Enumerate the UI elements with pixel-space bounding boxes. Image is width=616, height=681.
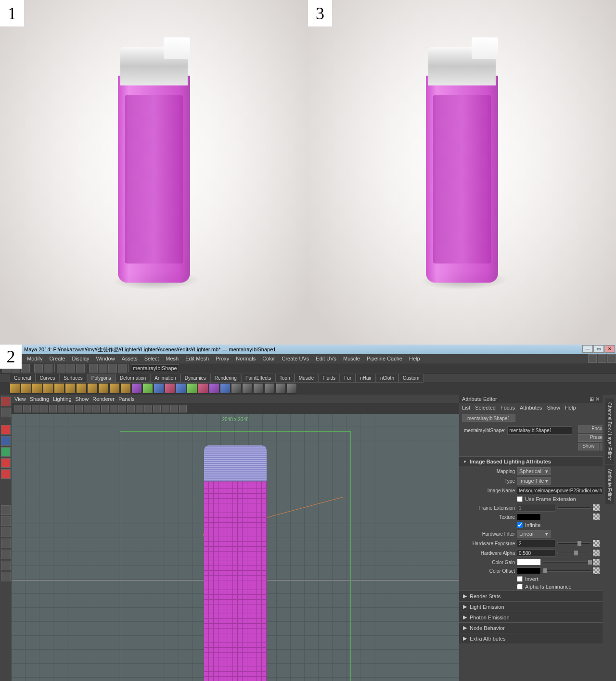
ibl-section-header[interactable]: ▼ Image Based Lighting Attributes (459, 457, 603, 466)
poly-torus-icon[interactable] (65, 383, 76, 394)
combine-icon[interactable] (142, 383, 153, 394)
vp-icon[interactable] (84, 405, 91, 412)
shelf-tab-muscle[interactable]: Muscle (295, 373, 319, 383)
map-button-icon[interactable] (593, 504, 600, 511)
universal-manip-icon[interactable] (1, 458, 11, 468)
split-icon[interactable] (198, 383, 208, 394)
lighter-wireframe-model[interactable] (204, 445, 267, 681)
save-scene-icon[interactable] (21, 364, 30, 373)
image-name-field[interactable]: ter\sourceimages\powerP2StudioLow.hdr (517, 487, 608, 494)
toolbar-icon[interactable] (588, 354, 597, 363)
shelf-tab-rendering[interactable]: Rendering (210, 373, 241, 383)
vp-icon[interactable] (40, 405, 48, 412)
color-gain-swatch[interactable] (517, 559, 541, 565)
texture-swatch[interactable] (517, 514, 541, 520)
window-minimize-button[interactable]: — (582, 345, 593, 353)
menu-select[interactable]: Select (141, 355, 162, 362)
vp-menu-shading[interactable]: Shading (30, 396, 49, 402)
ae-menu-attributes[interactable]: Attributes (520, 405, 542, 411)
vp-icon[interactable] (118, 405, 126, 412)
vp-icon[interactable] (127, 405, 135, 412)
hardware-alpha-slider[interactable] (557, 552, 591, 554)
vp-icon[interactable] (110, 405, 117, 412)
select-tool-icon[interactable] (1, 397, 11, 406)
shelf-tab-general[interactable]: General (10, 373, 36, 383)
poly-prism-icon[interactable] (76, 383, 87, 394)
insert-edge-icon[interactable] (209, 383, 219, 394)
snap-curve-icon[interactable] (99, 364, 107, 373)
select-mode-icon[interactable] (57, 364, 65, 373)
soft-mod-icon[interactable] (1, 469, 11, 479)
vp-icon[interactable] (49, 405, 57, 412)
use-frame-extension-checkbox[interactable] (517, 496, 523, 502)
lasso-icon[interactable] (66, 364, 75, 373)
vp-icon[interactable] (136, 405, 143, 412)
infinite-checkbox[interactable] (517, 522, 523, 528)
layout-script-icon[interactable] (1, 572, 11, 581)
layout-two-icon[interactable] (1, 527, 11, 537)
vp-icon[interactable] (162, 405, 169, 412)
menu-mesh[interactable]: Mesh (163, 355, 181, 362)
menu-create-uvs[interactable]: Create UVs (279, 355, 312, 362)
map-button-icon[interactable] (593, 550, 600, 556)
node-behavior-section[interactable]: ▶Node Behavior (459, 622, 603, 633)
menu-color[interactable]: Color (259, 355, 278, 362)
toolbar-icon[interactable] (598, 354, 606, 363)
menu-proxy[interactable]: Proxy (213, 355, 232, 362)
channel-box-tab[interactable]: Channel Box / Layer Editor (605, 398, 614, 464)
poly-platonic-icon[interactable] (131, 383, 142, 394)
checker-icon[interactable] (286, 383, 297, 394)
shelf-tab-surfaces[interactable]: Surfaces (59, 373, 87, 383)
panel-menu-icon[interactable]: ⊞ ✕ (590, 396, 600, 402)
layout-four-icon[interactable] (1, 516, 11, 526)
vp-icon[interactable] (23, 405, 31, 412)
menu-edit-uvs[interactable]: Edit UVs (313, 355, 339, 362)
menu-create[interactable]: Create (46, 355, 68, 362)
poly-soccer-icon[interactable] (120, 383, 131, 394)
mapping-dropdown[interactable]: Spherical▾ (517, 467, 551, 475)
hardware-alpha-field[interactable]: 0.500 (517, 549, 555, 557)
menu-assets[interactable]: Assets (119, 355, 141, 362)
perspective-viewport[interactable]: 2048 x 2048 Render (defaultRenderLayer) (12, 414, 459, 681)
layout-graph-icon[interactable] (1, 561, 11, 570)
menu-pipeline-cache[interactable]: Pipeline Cache (364, 355, 405, 362)
vp-menu-show[interactable]: Show (76, 396, 89, 402)
hardware-filter-dropdown[interactable]: Linear▾ (517, 530, 551, 538)
extrude-icon[interactable] (165, 383, 175, 394)
poly-helix-icon[interactable] (109, 383, 120, 394)
ae-node-tab[interactable]: mentalrayIblShape1 (462, 414, 515, 422)
menu-modify[interactable]: Modify (24, 355, 45, 362)
menu-muscle[interactable]: Muscle (340, 355, 363, 362)
menu-display[interactable]: Display (69, 355, 92, 362)
undo-icon[interactable] (34, 364, 43, 373)
smooth-icon[interactable] (220, 383, 231, 394)
hardware-exposure-slider[interactable] (557, 542, 591, 544)
shelf-tab-dynamics[interactable]: Dynamics (180, 373, 210, 383)
ae-menu-focus[interactable]: Focus (500, 405, 515, 411)
ae-menu-show[interactable]: Show (547, 405, 560, 411)
shelf-tab-toon[interactable]: Toon (275, 373, 295, 383)
rotate-tool-icon[interactable] (1, 436, 11, 446)
alpha-is-luminance-checkbox[interactable] (517, 584, 523, 590)
sculpt-icon[interactable] (231, 383, 242, 394)
vp-icon[interactable] (101, 405, 109, 412)
vp-menu-panels[interactable]: Panels (118, 396, 135, 402)
checker-icon[interactable] (253, 383, 264, 394)
window-maximize-button[interactable]: ▭ (593, 345, 604, 353)
map-button-icon[interactable] (593, 567, 600, 574)
poly-cube-icon[interactable] (21, 383, 31, 394)
lasso-tool-icon[interactable] (1, 408, 11, 417)
vp-icon[interactable] (32, 405, 39, 412)
vp-menu-renderer[interactable]: Renderer (92, 396, 115, 402)
poly-cone-icon[interactable] (43, 383, 53, 394)
show-button[interactable]: Show (578, 443, 599, 450)
ae-menu-help[interactable]: Help (565, 405, 576, 411)
vp-menu-lighting[interactable]: Lighting (53, 396, 72, 402)
vp-icon[interactable] (153, 405, 161, 412)
menu-normals[interactable]: Normals (233, 355, 258, 362)
checker-icon[interactable] (275, 383, 286, 394)
layout-persp-icon[interactable] (1, 539, 11, 548)
shelf-tab-nhair[interactable]: nHair (356, 373, 376, 383)
ae-menu-list[interactable]: List (462, 405, 470, 411)
map-button-icon[interactable] (593, 514, 600, 520)
